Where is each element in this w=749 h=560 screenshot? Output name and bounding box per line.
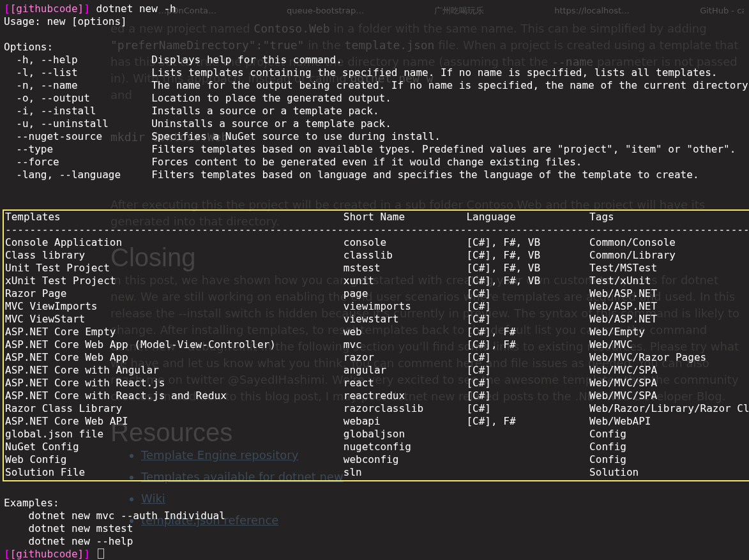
usage-line: Usage: new [options]: [4, 15, 127, 27]
option-row: -n, --name The name for the output being…: [4, 79, 749, 91]
option-row: -l, --list Lists templates containing th…: [4, 66, 717, 79]
table-row: Unit Test Project mstest [C#], F#, VB Te…: [5, 262, 657, 274]
table-row: ASP.NET Core with React.js and Redux rea…: [5, 390, 657, 402]
option-row: -o, --output Location to place the gener…: [4, 92, 391, 104]
terminal-overlay[interactable]: [[githubcode]] dotnet new -h Usage: new …: [0, 0, 749, 560]
table-row: ASP.NET Core with React.js react [C#] We…: [5, 377, 657, 389]
table-row: global.json file globaljson Config: [5, 428, 626, 440]
table-row: MVC ViewImports viewimports [C#] Web/ASP…: [5, 300, 657, 312]
option-row: --nuget-source Specifies a NuGet source …: [4, 130, 441, 142]
prompt-bracket: ]: [84, 548, 90, 560]
option-row: -lang, --language Filters templates base…: [4, 169, 699, 181]
table-row: Class library classlib [C#], F#, VB Comm…: [5, 249, 676, 261]
table-row: ASP.NET Core Web API webapi [C#], F# Web…: [5, 415, 651, 427]
table-row: NuGet Config nugetconfig Config: [5, 441, 626, 453]
table-row: MVC ViewStart viewstart [C#] Web/ASP.NET: [5, 313, 657, 325]
example-line: dotnet new --help: [4, 535, 133, 547]
table-row: ASP.NET Core Web App (Model-View-Control…: [5, 338, 633, 351]
prompt-user: [githubcode]: [10, 548, 84, 560]
table-row: Razor Page page [C#] Web/ASP.NET: [5, 287, 657, 299]
options-header: Options:: [4, 41, 53, 53]
table-row: xUnit Test Project xunit [C#], F#, VB Te…: [5, 275, 651, 287]
option-row: --type Filters templates based on availa…: [4, 143, 736, 155]
prompt-bracket: ]: [84, 3, 90, 15]
prompt-bracket: [: [4, 548, 10, 560]
cursor-icon: [98, 549, 104, 559]
prompt-bracket: [: [4, 3, 10, 15]
prompt-user: [githubcode]: [10, 3, 84, 15]
example-line: dotnet new mstest: [4, 522, 133, 534]
table-row: ASP.NET Core with Angular angular [C#] W…: [5, 364, 657, 376]
option-row: -h, --help Displays help for this comman…: [4, 54, 342, 66]
option-row: -i, --install Installs a source or a tem…: [4, 105, 379, 117]
table-divider: ----------------------------------------…: [5, 223, 749, 236]
table-header-row: Templates Short Name Language Tags: [5, 211, 614, 223]
table-row: ASP.NET Core Empty web [C#], F# Web/Empt…: [5, 326, 645, 338]
table-row: Razor Class Library razorclasslib [C#] W…: [5, 402, 749, 414]
table-row: Console Application console [C#], F#, VB…: [5, 236, 676, 248]
table-row: ASP.NET Core Web App razor [C#] Web/MVC/…: [5, 351, 706, 363]
prompt-command: dotnet new -h: [96, 3, 176, 15]
table-row: Web Config webconfig Config: [5, 453, 626, 465]
option-row: --force Forces content to be generated e…: [4, 156, 582, 168]
example-line: dotnet new mvc --auth Individual: [4, 510, 225, 522]
templates-table-highlight: Templates Short Name Language Tags -----…: [3, 209, 749, 481]
table-row: Solution File sln Solution: [5, 466, 639, 478]
option-row: -u, --uninstall Uninstalls a source or a…: [4, 117, 391, 130]
examples-header: Examples:: [4, 497, 59, 509]
